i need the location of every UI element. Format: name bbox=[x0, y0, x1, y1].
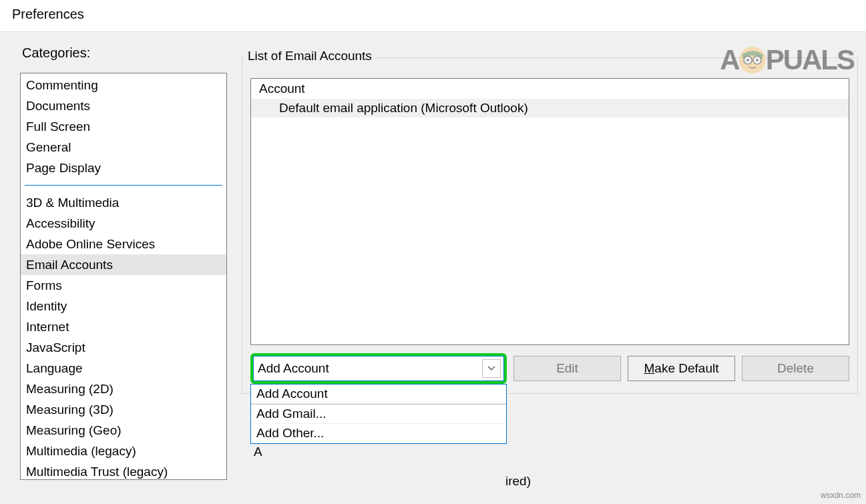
account-row[interactable]: Default email application (Microsoft Out… bbox=[251, 99, 849, 117]
edit-button[interactable]: Edit bbox=[513, 356, 621, 381]
add-account-dropdown-menu[interactable]: Add Account Add Gmail... Add Other... bbox=[250, 384, 507, 444]
categories-listbox[interactable]: CommentingDocumentsFull ScreenGeneralPag… bbox=[20, 73, 227, 480]
delete-button[interactable]: Delete bbox=[742, 356, 849, 381]
cutoff-text-fragment: ired) bbox=[505, 474, 531, 489]
category-item[interactable]: Forms bbox=[21, 275, 226, 296]
category-item[interactable]: Measuring (3D) bbox=[21, 399, 226, 420]
make-default-button[interactable]: Make Default bbox=[628, 356, 735, 381]
category-item[interactable]: Measuring (Geo) bbox=[21, 420, 226, 441]
category-item[interactable]: Accessibility bbox=[21, 213, 226, 234]
category-item[interactable]: Language bbox=[21, 358, 226, 379]
category-item[interactable]: Commenting bbox=[21, 75, 226, 95]
add-account-dropdown[interactable]: Add Account bbox=[253, 356, 504, 381]
category-item[interactable]: General bbox=[21, 137, 226, 158]
category-item[interactable]: Page Display bbox=[21, 158, 226, 178]
email-accounts-group: List of Email Accounts Account Default e… bbox=[242, 57, 858, 394]
category-item[interactable]: Email Accounts bbox=[21, 254, 226, 275]
category-item[interactable]: Adobe Online Services bbox=[21, 234, 226, 254]
dropdown-item-add-gmail[interactable]: Add Gmail... bbox=[251, 405, 506, 424]
svg-point-4 bbox=[756, 59, 759, 61]
category-item[interactable]: JavaScript bbox=[21, 337, 226, 358]
logo-letter-a: A bbox=[720, 44, 738, 76]
email-accounts-group-label: List of Email Accounts bbox=[244, 49, 376, 63]
dropdown-item-add-other[interactable]: Add Other... bbox=[251, 424, 506, 443]
category-item[interactable]: Measuring (2D) bbox=[21, 379, 226, 399]
categories-label: Categories: bbox=[22, 45, 227, 61]
category-item[interactable]: Internet bbox=[21, 316, 226, 337]
category-divider bbox=[25, 185, 222, 186]
cutoff-fieldset-label: A bbox=[254, 445, 262, 459]
mascot-icon bbox=[738, 45, 767, 75]
settings-panel: List of Email Accounts Account Default e… bbox=[227, 45, 866, 480]
chevron-down-icon[interactable] bbox=[482, 359, 501, 378]
appuals-logo: A PUALS bbox=[720, 44, 854, 76]
watermark: wsxdn.com bbox=[821, 491, 861, 500]
account-listbox[interactable]: Account Default email application (Micro… bbox=[250, 78, 849, 345]
category-item[interactable]: 3D & Multimedia bbox=[21, 192, 226, 213]
category-item[interactable]: Multimedia Trust (legacy) bbox=[21, 461, 226, 480]
svg-point-3 bbox=[746, 59, 749, 61]
category-item[interactable]: Identity bbox=[21, 296, 226, 316]
dropdown-item-add-account[interactable]: Add Account bbox=[251, 385, 506, 404]
category-item[interactable]: Full Screen bbox=[21, 116, 226, 137]
categories-panel: Categories: CommentingDocumentsFull Scre… bbox=[20, 45, 227, 480]
window-title: Preferences bbox=[0, 0, 866, 32]
add-account-selected-value: Add Account bbox=[258, 361, 329, 376]
category-item[interactable]: Documents bbox=[21, 95, 226, 116]
add-account-highlight: Add Account Add Account Add Gmail... Add… bbox=[250, 353, 507, 384]
account-column-header: Account bbox=[251, 79, 849, 99]
category-item[interactable]: Multimedia (legacy) bbox=[21, 441, 226, 461]
logo-text-puals: PUALS bbox=[766, 44, 854, 76]
